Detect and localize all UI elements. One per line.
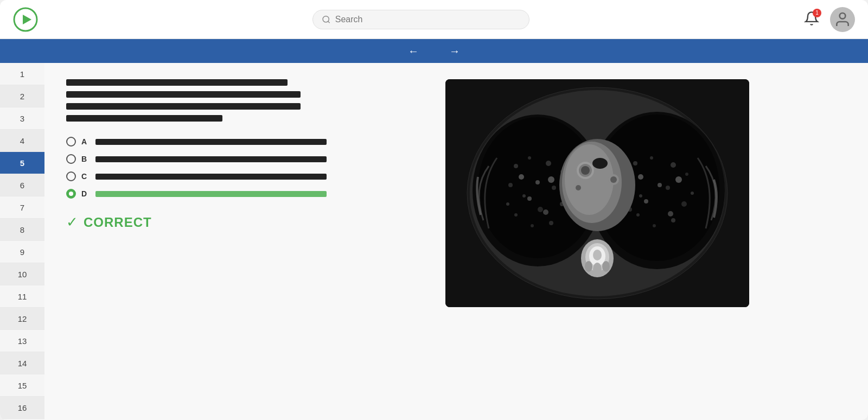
radio-B[interactable] [66, 154, 76, 164]
svg-point-47 [668, 211, 673, 217]
next-arrow[interactable]: → [445, 43, 464, 60]
svg-point-22 [506, 202, 509, 206]
svg-point-62 [593, 250, 602, 260]
svg-point-30 [633, 161, 637, 166]
question-text-line [66, 115, 222, 122]
sidebar-item-16[interactable]: 16 [0, 397, 44, 419]
answer-option-B[interactable]: B [66, 154, 327, 164]
question-text-line [66, 91, 301, 98]
svg-point-50 [565, 144, 614, 215]
svg-point-32 [671, 162, 676, 168]
option-bar-A [95, 139, 327, 145]
sidebar-item-12[interactable]: 12 [0, 308, 44, 330]
svg-point-12 [546, 161, 551, 166]
svg-point-65 [602, 261, 610, 272]
svg-point-21 [549, 221, 553, 225]
option-bar-B [95, 156, 327, 162]
svg-point-33 [685, 173, 688, 176]
svg-point-24 [535, 180, 540, 184]
radio-D[interactable] [66, 189, 76, 199]
sidebar-item-9[interactable]: 9 [0, 241, 44, 263]
notification-badge: 1 [813, 9, 821, 17]
svg-point-63 [593, 263, 602, 276]
radio-A[interactable] [66, 137, 76, 147]
search-input[interactable] [335, 15, 520, 24]
option-bar-C [95, 174, 327, 180]
question-text-line [66, 79, 288, 86]
svg-point-15 [522, 194, 526, 198]
svg-point-44 [658, 183, 662, 187]
header-icons: 1 [804, 7, 855, 32]
correct-label: CORRECT [84, 215, 152, 230]
svg-point-2 [323, 16, 329, 22]
notification-button[interactable]: 1 [804, 11, 819, 28]
main-layout: 12345678910111213141516 ABCD ✓ CORRECT [0, 63, 868, 420]
svg-point-4 [840, 13, 846, 19]
ct-scan-image [445, 79, 749, 307]
top-header: 1 [0, 0, 868, 39]
sidebar-item-10[interactable]: 10 [0, 263, 44, 285]
answer-options: ABCD [66, 137, 327, 199]
question-panel: ABCD ✓ CORRECT [66, 79, 327, 404]
answer-option-D[interactable]: D [66, 189, 327, 199]
play-logo-icon [13, 7, 38, 32]
sidebar-item-15[interactable]: 15 [0, 374, 44, 397]
avatar[interactable] [830, 7, 855, 32]
option-bar-D [95, 191, 327, 197]
answer-option-A[interactable]: A [66, 137, 327, 147]
svg-point-54 [592, 158, 608, 169]
svg-point-43 [638, 174, 643, 180]
svg-point-17 [538, 207, 543, 212]
svg-point-36 [666, 186, 670, 190]
nav-bar: ← → [0, 39, 868, 63]
svg-point-35 [639, 194, 642, 198]
svg-point-31 [650, 156, 653, 160]
svg-marker-1 [23, 15, 31, 24]
sidebar-item-13[interactable]: 13 [0, 330, 44, 352]
svg-point-56 [610, 176, 617, 183]
svg-point-10 [514, 164, 518, 168]
sidebar-item-11[interactable]: 11 [0, 285, 44, 308]
sidebar-item-4[interactable]: 4 [0, 130, 44, 152]
svg-point-45 [675, 176, 682, 183]
prev-arrow[interactable]: ← [404, 43, 423, 60]
sidebar-item-5[interactable]: 5 [0, 152, 44, 174]
svg-point-18 [514, 213, 518, 217]
option-letter-D: D [81, 189, 90, 198]
radio-C[interactable] [66, 171, 76, 181]
option-letter-A: A [81, 137, 90, 146]
svg-point-40 [653, 224, 656, 227]
ct-scan-svg [445, 79, 749, 307]
svg-point-23 [519, 174, 524, 180]
search-bar[interactable] [312, 10, 529, 29]
answer-option-C[interactable]: C [66, 171, 327, 181]
sidebar-item-6[interactable]: 6 [0, 174, 44, 196]
svg-point-42 [691, 192, 694, 195]
svg-point-38 [636, 213, 640, 217]
svg-point-46 [644, 199, 648, 203]
svg-line-3 [328, 21, 330, 23]
correct-indicator: ✓ CORRECT [66, 214, 327, 231]
svg-point-39 [671, 218, 675, 222]
sidebar-item-7[interactable]: 7 [0, 196, 44, 219]
svg-point-58 [576, 185, 581, 190]
sidebar-item-8[interactable]: 8 [0, 219, 44, 241]
sidebar-item-2[interactable]: 2 [0, 85, 44, 107]
user-icon [834, 11, 851, 28]
svg-point-53 [581, 166, 590, 175]
sidebar-item-1[interactable]: 1 [0, 63, 44, 85]
sidebar-item-3[interactable]: 3 [0, 107, 44, 130]
option-letter-C: C [81, 172, 90, 181]
svg-point-20 [531, 224, 534, 227]
svg-point-37 [681, 201, 687, 207]
svg-point-11 [528, 156, 531, 160]
svg-point-16 [552, 186, 556, 190]
search-icon [322, 15, 331, 24]
svg-point-25 [548, 176, 554, 183]
svg-point-26 [527, 196, 532, 201]
content-area: ABCD ✓ CORRECT [44, 63, 868, 420]
sidebar-item-14[interactable]: 14 [0, 352, 44, 374]
question-text [66, 79, 327, 122]
svg-point-64 [585, 261, 592, 272]
svg-point-27 [543, 209, 548, 215]
